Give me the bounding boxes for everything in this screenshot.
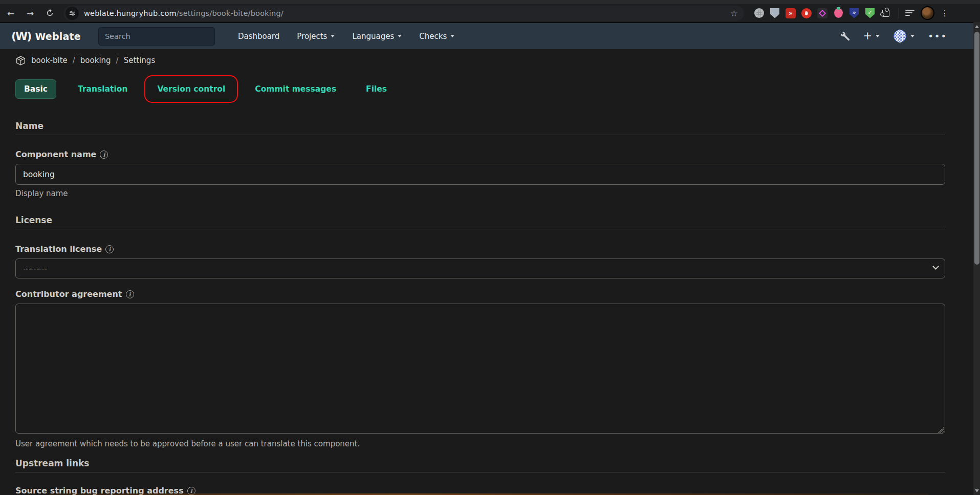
- page-scrollbar[interactable]: [973, 22, 980, 495]
- weblate-navbar: (W) Weblate Dashboard Projects Languages…: [0, 22, 980, 49]
- contributor-agreement-textarea[interactable]: [15, 304, 945, 434]
- extension-shield-gray-icon[interactable]: [769, 8, 780, 19]
- breadcrumb-settings-link[interactable]: Settings: [124, 56, 156, 65]
- tab-version-control[interactable]: Version control: [149, 80, 233, 98]
- extension-red-square-icon[interactable]: »: [785, 8, 796, 19]
- tab-files[interactable]: Files: [358, 80, 395, 98]
- nav-item-checks[interactable]: Checks: [412, 28, 461, 45]
- contributor-agreement-help: User agreement which needs to be approve…: [15, 439, 945, 448]
- section-rule: [15, 135, 945, 135]
- bookmark-star-icon[interactable]: ☆: [730, 8, 738, 18]
- search-input[interactable]: [98, 27, 215, 46]
- breadcrumb-separator: /: [116, 56, 119, 65]
- url-text[interactable]: weblate.hungryhub.com/settings/book-bite…: [84, 9, 284, 17]
- tab-strip: [0, 0, 980, 4]
- chevron-down-icon: [876, 35, 880, 37]
- component-name-input[interactable]: [15, 164, 945, 185]
- hand-icon: [803, 10, 810, 16]
- info-icon[interactable]: i: [126, 290, 134, 298]
- scrollbar-thumb[interactable]: [974, 32, 979, 265]
- extension-strawberry-icon[interactable]: [833, 8, 844, 19]
- reload-icon: [46, 9, 54, 17]
- extensions-row: »: [753, 8, 891, 19]
- extension-globe-icon[interactable]: [753, 8, 765, 19]
- breadcrumb-project-link[interactable]: book-bite: [31, 56, 68, 65]
- breadcrumb-component-link[interactable]: booking: [80, 56, 111, 65]
- settings-tabs: Basic Translation Version control Commit…: [15, 79, 945, 99]
- ellipsis-icon: •••: [928, 31, 947, 41]
- browser-menu-icon[interactable]: ⋮: [941, 8, 949, 18]
- section-header-name: Name: [15, 121, 945, 131]
- wrench-icon: [839, 31, 850, 41]
- extension-shield-navy-icon[interactable]: »: [848, 8, 860, 19]
- site-settings-icon: [69, 10, 76, 17]
- section-rule: [15, 229, 945, 229]
- resize-handle[interactable]: [938, 427, 944, 433]
- site-info-button[interactable]: [66, 7, 79, 20]
- chevron-down-icon: [450, 35, 454, 37]
- browser-reload-button[interactable]: [41, 6, 58, 20]
- scrollbar-down-arrow[interactable]: [975, 489, 979, 492]
- browser-back-button[interactable]: ←: [2, 6, 19, 20]
- user-menu-button[interactable]: [893, 29, 914, 43]
- screen: ← → weblate.hungryhub.com/set: [0, 0, 980, 495]
- url-path: /settings/book-bite/booking/: [177, 9, 284, 17]
- plus-icon: +: [863, 31, 873, 41]
- weblate-brand[interactable]: (W) Weblate: [11, 30, 81, 42]
- info-icon[interactable]: i: [100, 150, 108, 159]
- contributor-agreement-label: Contributor agreement i: [15, 289, 945, 299]
- nav-item-projects[interactable]: Projects: [290, 28, 341, 45]
- breadcrumb: book-bite / booking / Settings: [15, 54, 945, 67]
- section-header-upstream: Upstream links: [15, 458, 945, 468]
- chevron-down-icon: [932, 263, 939, 270]
- nav-item-languages[interactable]: Languages: [345, 28, 408, 45]
- browser-profile-avatar[interactable]: [921, 6, 934, 20]
- component-name-label: Component name i: [15, 149, 945, 159]
- extensions-puzzle-icon[interactable]: [880, 8, 891, 19]
- address-bar[interactable]: weblate.hungryhub.com/settings/book-bite…: [63, 6, 744, 21]
- chevron-down-icon: [910, 35, 914, 37]
- chevron-down-icon: [398, 35, 402, 37]
- component-cube-icon: [15, 55, 26, 66]
- nav-items: Dashboard Projects Languages Checks: [231, 28, 461, 45]
- add-new-button[interactable]: +: [863, 31, 880, 41]
- nav-item-dashboard[interactable]: Dashboard: [231, 28, 286, 45]
- section-rule: [15, 472, 945, 472]
- extension-shield-green-icon[interactable]: ✓: [864, 8, 876, 19]
- extension-blocker-hand-icon[interactable]: [801, 8, 812, 19]
- extension-graph-icon[interactable]: [817, 8, 828, 19]
- translation-license-label: Translation license i: [15, 244, 945, 254]
- browser-chrome: ← → weblate.hungryhub.com/set: [0, 0, 980, 22]
- toolbar-divider: [899, 8, 899, 18]
- tab-commit-messages[interactable]: Commit messages: [247, 80, 344, 98]
- info-icon[interactable]: i: [105, 245, 114, 253]
- browser-forward-button[interactable]: →: [21, 6, 39, 20]
- section-header-license: License: [15, 215, 945, 225]
- settings-page: book-bite / booking / Settings Basic Tra…: [0, 49, 974, 495]
- url-domain: weblate.hungryhub.com: [84, 9, 177, 17]
- more-options-button[interactable]: •••: [928, 31, 947, 41]
- component-name-help: Display name: [15, 189, 945, 198]
- breadcrumb-separator: /: [73, 56, 75, 65]
- brand-name: Weblate: [35, 31, 80, 42]
- tab-basic[interactable]: Basic: [15, 79, 56, 99]
- manage-wrench-button[interactable]: [839, 31, 850, 41]
- scrollbar-up-arrow[interactable]: [975, 25, 979, 28]
- tab-translation[interactable]: Translation: [70, 80, 136, 98]
- translation-license-select[interactable]: ---------: [15, 259, 945, 278]
- chevron-down-icon: [331, 35, 335, 37]
- tab-search-icon[interactable]: [905, 10, 914, 17]
- user-identicon-globe: [893, 29, 907, 43]
- weblate-logo-icon: (W): [11, 30, 31, 42]
- navbar-right: +: [839, 29, 947, 43]
